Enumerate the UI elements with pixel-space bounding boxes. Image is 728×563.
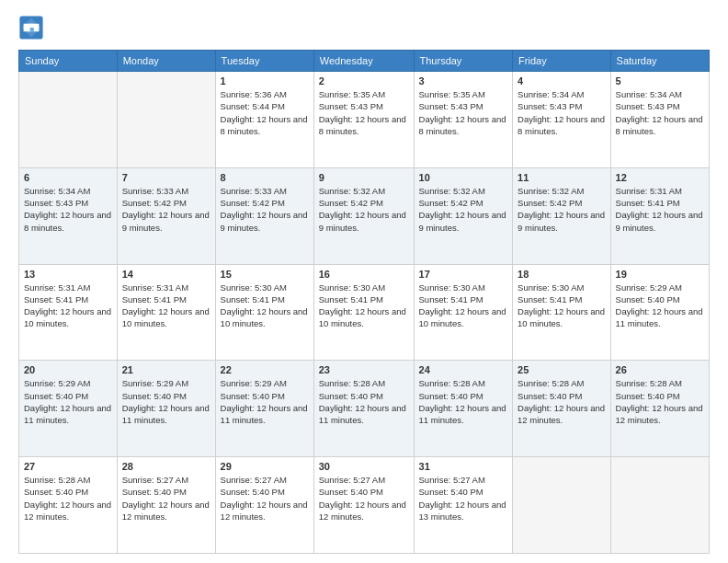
day-cell: 14Sunrise: 5:31 AM Sunset: 5:41 PM Dayli… [117, 264, 215, 361]
day-cell: 21Sunrise: 5:29 AM Sunset: 5:40 PM Dayli… [117, 361, 215, 457]
day-number: 26 [616, 364, 704, 375]
day-cell: 29Sunrise: 5:27 AM Sunset: 5:40 PM Dayli… [215, 457, 313, 554]
day-number: 19 [616, 269, 704, 280]
day-info: Sunrise: 5:27 AM Sunset: 5:40 PM Dayligh… [122, 474, 210, 523]
day-number: 25 [518, 364, 605, 375]
col-header-friday: Friday [513, 51, 610, 72]
day-cell: 22Sunrise: 5:29 AM Sunset: 5:40 PM Dayli… [215, 361, 313, 457]
day-cell: 13Sunrise: 5:31 AM Sunset: 5:41 PM Dayli… [19, 264, 118, 361]
day-number: 10 [419, 172, 508, 183]
day-number: 2 [319, 75, 409, 86]
day-info: Sunrise: 5:33 AM Sunset: 5:42 PM Dayligh… [221, 185, 309, 234]
col-header-tuesday: Tuesday [215, 51, 313, 72]
day-number: 4 [518, 75, 605, 86]
day-cell: 19Sunrise: 5:29 AM Sunset: 5:40 PM Dayli… [610, 264, 709, 361]
day-number: 23 [319, 364, 409, 375]
generalblue-logo-icon [18, 15, 44, 40]
col-header-wednesday: Wednesday [313, 51, 414, 72]
day-info: Sunrise: 5:34 AM Sunset: 5:43 PM Dayligh… [518, 88, 605, 137]
day-info: Sunrise: 5:30 AM Sunset: 5:41 PM Dayligh… [419, 282, 508, 330]
day-number: 29 [221, 461, 309, 472]
day-info: Sunrise: 5:32 AM Sunset: 5:42 PM Dayligh… [319, 185, 409, 234]
day-cell: 3Sunrise: 5:35 AM Sunset: 5:43 PM Daylig… [414, 72, 513, 168]
day-number: 12 [616, 172, 704, 183]
day-cell: 2Sunrise: 5:35 AM Sunset: 5:43 PM Daylig… [313, 72, 414, 168]
day-cell [117, 72, 215, 168]
day-cell: 7Sunrise: 5:33 AM Sunset: 5:42 PM Daylig… [117, 167, 215, 264]
day-number: 18 [518, 269, 605, 280]
day-info: Sunrise: 5:32 AM Sunset: 5:42 PM Dayligh… [518, 185, 605, 234]
calendar-header: SundayMondayTuesdayWednesdayThursdayFrid… [19, 51, 710, 72]
day-number: 15 [221, 269, 309, 280]
day-cell: 6Sunrise: 5:34 AM Sunset: 5:43 PM Daylig… [19, 167, 118, 264]
day-cell: 26Sunrise: 5:28 AM Sunset: 5:40 PM Dayli… [610, 361, 709, 457]
day-cell: 4Sunrise: 5:34 AM Sunset: 5:43 PM Daylig… [513, 72, 610, 168]
header-row: SundayMondayTuesdayWednesdayThursdayFrid… [19, 51, 710, 72]
day-number: 24 [419, 364, 508, 375]
day-info: Sunrise: 5:32 AM Sunset: 5:42 PM Dayligh… [419, 185, 508, 234]
day-number: 8 [221, 172, 309, 183]
day-info: Sunrise: 5:35 AM Sunset: 5:43 PM Dayligh… [419, 88, 508, 137]
page: SundayMondayTuesdayWednesdayThursdayFrid… [0, 0, 728, 563]
day-number: 14 [122, 269, 210, 280]
day-cell [610, 457, 709, 554]
day-info: Sunrise: 5:30 AM Sunset: 5:41 PM Dayligh… [319, 282, 409, 330]
col-header-saturday: Saturday [610, 51, 709, 72]
day-cell [19, 72, 118, 168]
day-number: 1 [221, 75, 309, 86]
day-cell: 30Sunrise: 5:27 AM Sunset: 5:40 PM Dayli… [313, 457, 414, 554]
week-row-3: 13Sunrise: 5:31 AM Sunset: 5:41 PM Dayli… [19, 264, 710, 361]
day-number: 5 [616, 75, 704, 86]
header [18, 15, 710, 40]
day-cell: 25Sunrise: 5:28 AM Sunset: 5:40 PM Dayli… [513, 361, 610, 457]
day-info: Sunrise: 5:27 AM Sunset: 5:40 PM Dayligh… [319, 474, 409, 523]
day-number: 16 [319, 269, 409, 280]
day-info: Sunrise: 5:35 AM Sunset: 5:43 PM Dayligh… [319, 88, 409, 137]
col-header-monday: Monday [117, 51, 215, 72]
day-cell: 10Sunrise: 5:32 AM Sunset: 5:42 PM Dayli… [414, 167, 513, 264]
day-cell: 17Sunrise: 5:30 AM Sunset: 5:41 PM Dayli… [414, 264, 513, 361]
day-info: Sunrise: 5:27 AM Sunset: 5:40 PM Dayligh… [221, 474, 309, 523]
day-number: 13 [24, 269, 112, 280]
day-cell: 12Sunrise: 5:31 AM Sunset: 5:41 PM Dayli… [610, 167, 709, 264]
day-cell: 8Sunrise: 5:33 AM Sunset: 5:42 PM Daylig… [215, 167, 313, 264]
col-header-sunday: Sunday [19, 51, 118, 72]
logo [18, 15, 48, 40]
day-number: 9 [319, 172, 409, 183]
day-number: 6 [24, 172, 112, 183]
day-info: Sunrise: 5:34 AM Sunset: 5:43 PM Dayligh… [616, 88, 704, 137]
day-info: Sunrise: 5:31 AM Sunset: 5:41 PM Dayligh… [122, 282, 210, 330]
day-number: 17 [419, 269, 508, 280]
day-cell: 5Sunrise: 5:34 AM Sunset: 5:43 PM Daylig… [610, 72, 709, 168]
day-cell: 18Sunrise: 5:30 AM Sunset: 5:41 PM Dayli… [513, 264, 610, 361]
day-info: Sunrise: 5:31 AM Sunset: 5:41 PM Dayligh… [24, 282, 112, 330]
day-number: 7 [122, 172, 210, 183]
day-cell: 24Sunrise: 5:28 AM Sunset: 5:40 PM Dayli… [414, 361, 513, 457]
day-info: Sunrise: 5:29 AM Sunset: 5:40 PM Dayligh… [616, 282, 704, 330]
day-cell: 23Sunrise: 5:28 AM Sunset: 5:40 PM Dayli… [313, 361, 414, 457]
day-info: Sunrise: 5:28 AM Sunset: 5:40 PM Dayligh… [319, 377, 409, 426]
day-number: 31 [419, 461, 508, 472]
day-info: Sunrise: 5:28 AM Sunset: 5:40 PM Dayligh… [518, 377, 605, 426]
day-cell: 15Sunrise: 5:30 AM Sunset: 5:41 PM Dayli… [215, 264, 313, 361]
day-info: Sunrise: 5:31 AM Sunset: 5:41 PM Dayligh… [616, 185, 704, 234]
day-info: Sunrise: 5:36 AM Sunset: 5:44 PM Dayligh… [221, 88, 309, 137]
day-number: 11 [518, 172, 605, 183]
day-info: Sunrise: 5:30 AM Sunset: 5:41 PM Dayligh… [221, 282, 309, 330]
week-row-1: 1Sunrise: 5:36 AM Sunset: 5:44 PM Daylig… [19, 72, 710, 168]
week-row-4: 20Sunrise: 5:29 AM Sunset: 5:40 PM Dayli… [19, 361, 710, 457]
calendar-table: SundayMondayTuesdayWednesdayThursdayFrid… [18, 50, 710, 554]
day-number: 20 [24, 364, 112, 375]
day-number: 27 [24, 461, 112, 472]
col-header-thursday: Thursday [414, 51, 513, 72]
day-cell: 28Sunrise: 5:27 AM Sunset: 5:40 PM Dayli… [117, 457, 215, 554]
day-info: Sunrise: 5:34 AM Sunset: 5:43 PM Dayligh… [24, 185, 112, 234]
day-cell: 27Sunrise: 5:28 AM Sunset: 5:40 PM Dayli… [19, 457, 118, 554]
day-cell: 31Sunrise: 5:27 AM Sunset: 5:40 PM Dayli… [414, 457, 513, 554]
day-cell: 16Sunrise: 5:30 AM Sunset: 5:41 PM Dayli… [313, 264, 414, 361]
day-number: 3 [419, 75, 508, 86]
day-info: Sunrise: 5:27 AM Sunset: 5:40 PM Dayligh… [419, 474, 508, 523]
day-number: 30 [319, 461, 409, 472]
day-cell: 1Sunrise: 5:36 AM Sunset: 5:44 PM Daylig… [215, 72, 313, 168]
day-number: 28 [122, 461, 210, 472]
